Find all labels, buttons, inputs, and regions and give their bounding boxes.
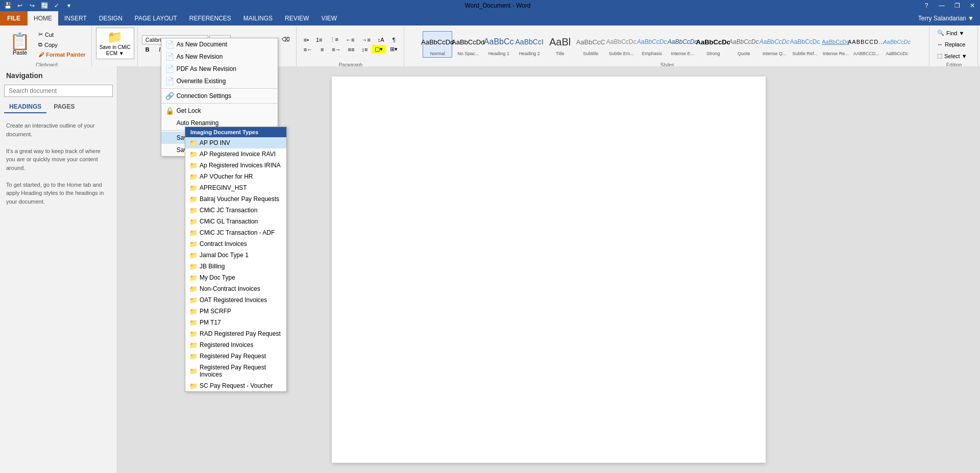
paste-button[interactable]: 📋 Paste: [5, 31, 35, 58]
bullets-btn[interactable]: ≡•: [301, 36, 312, 44]
submenu-item-non-contract[interactable]: 📁 Non-Contract Invoices: [185, 283, 286, 294]
submenu-item-sc-rfp[interactable]: 📁 SC RFP Invoice: [185, 391, 286, 392]
submenu-item-jb-billing[interactable]: 📁 JB Billing: [185, 261, 286, 272]
decrease-indent-btn[interactable]: ←≡: [342, 36, 357, 44]
shading-btn[interactable]: ▢▾: [372, 45, 386, 54]
file-menu-btn[interactable]: FILE: [0, 11, 28, 26]
style-quote[interactable]: AaBbCcDc Quote: [729, 31, 758, 58]
justify-btn[interactable]: ≡≡: [345, 45, 358, 54]
help-btn[interactable]: ?: [919, 0, 934, 11]
save-qa-btn[interactable]: 💾: [2, 0, 13, 11]
submenu-item-oat[interactable]: 📁 OAT Registered Invoices: [185, 294, 286, 306]
ecm-menu-overwrite[interactable]: 📄 Overwrite Existing: [161, 75, 278, 87]
submenu-item-reg-inv[interactable]: 📁 Registered Invoices: [185, 339, 286, 351]
settings-qa-btn[interactable]: ▾: [63, 0, 75, 11]
nav-search-input[interactable]: [4, 85, 113, 97]
select-label: Select ▼: [944, 53, 967, 59]
style-subtitle[interactable]: AaBbCcC Subtitle: [576, 31, 605, 58]
select-button[interactable]: ⬚ Select ▼: [934, 51, 974, 61]
save-ecm-button[interactable]: 📁 Save in CMiCECM ▼: [96, 28, 134, 59]
style-title-label: Title: [556, 51, 565, 56]
submenu-item-jamal[interactable]: 📁 Jamal Doc Type 1: [185, 250, 286, 261]
numbering-btn[interactable]: 1≡: [313, 36, 326, 44]
align-left-btn[interactable]: ≡←: [301, 45, 315, 54]
borders-btn[interactable]: ⊞▾: [387, 45, 401, 54]
ecm-menu-get-lock[interactable]: 🔒 Get Lock: [161, 105, 278, 117]
nav-tab-pages[interactable]: PAGES: [48, 101, 80, 113]
align-center-btn[interactable]: ≡: [316, 45, 328, 54]
submenu-item-balraj[interactable]: 📁 Balraj Voucher Pay Requests: [185, 193, 286, 205]
clear-format-btn[interactable]: ⌫: [279, 35, 293, 44]
submenu-item-cmic-gl[interactable]: 📁 CMiC GL Transaction: [185, 216, 286, 227]
submenu-item-cmic-jc-adf[interactable]: 📁 CMiC JC Transaction - ADF: [185, 227, 286, 238]
tab-design[interactable]: DESIGN: [93, 11, 129, 26]
style-h2[interactable]: AaBbCcI Heading 2: [514, 31, 544, 58]
style-book-title[interactable]: AaBbCcDc AaBbCcDc: [882, 31, 912, 58]
sort-btn[interactable]: ↕A: [375, 36, 387, 44]
style-strong[interactable]: AaBbCcDc Strong: [698, 31, 728, 58]
style-normal[interactable]: AaBbCcDd Normal: [423, 31, 452, 58]
style-title[interactable]: AaBl Title: [545, 31, 575, 58]
style-all-caps[interactable]: AABBCCD... AABBCCD...: [851, 31, 881, 58]
replace-button[interactable]: ↔ Replace: [934, 39, 974, 49]
submenu-item-reg-pay-req[interactable]: 📁 Registered Pay Request: [185, 351, 286, 362]
submenu-item-ap-irina[interactable]: 📁 Ap Registered Invoices IRINA: [185, 160, 286, 171]
tab-mailings[interactable]: MAILINGS: [237, 11, 279, 26]
maximize-btn[interactable]: ❐: [949, 0, 965, 11]
ecm-menu-connection-settings[interactable]: 🔗 Connection Settings: [161, 90, 278, 102]
style-intense-q[interactable]: AaBbCcDc Intense Q...: [760, 31, 789, 58]
submenu-item-pm-t17[interactable]: 📁 PM T17: [185, 317, 286, 328]
check-qa-btn[interactable]: ✓: [51, 0, 62, 11]
style-emphasis[interactable]: AaBbCcDc Emphasis: [637, 31, 667, 58]
submenu-item-contract-inv[interactable]: 📁 Contract Invoices: [185, 238, 286, 250]
style-h1-label: Heading 1: [488, 51, 509, 56]
ecm-menu-as-new-document[interactable]: 📄 As New Document: [161, 38, 278, 51]
tab-insert[interactable]: INSERT: [58, 11, 93, 26]
line-spacing-btn[interactable]: ↕≡: [358, 45, 371, 54]
nav-tabs: HEADINGS PAGES: [0, 99, 117, 115]
show-formatting-btn[interactable]: ¶: [388, 36, 400, 44]
close-btn[interactable]: ✕: [965, 0, 980, 11]
undo-qa-btn[interactable]: ↩: [14, 0, 26, 11]
nav-tab-headings[interactable]: HEADINGS: [4, 101, 46, 113]
redo-qa-btn[interactable]: ↪: [27, 0, 38, 11]
submenu-item-rad[interactable]: 📁 RAD Registered Pay Request: [185, 328, 286, 339]
submenu-label-jamal: Jamal Doc Type 1: [200, 252, 249, 259]
style-h1[interactable]: AaBbCc Heading 1: [484, 31, 513, 58]
submenu-item-apreginv-hst[interactable]: 📁 APREGINV_HST: [185, 182, 286, 193]
submenu-item-sc-pay-voucher[interactable]: 📁 SC Pay Request - Voucher: [185, 380, 286, 391]
style-subtle-em[interactable]: AaBbCcDc Subtle Em...: [606, 31, 636, 58]
tab-review[interactable]: REVIEW: [279, 11, 315, 26]
style-intense-ref[interactable]: AaBbCcDc Intense Re...: [821, 31, 850, 58]
folder-icon-ap-ravi: 📁: [189, 151, 198, 158]
folder-icon-pm-scrfp: 📁: [189, 308, 198, 315]
user-name[interactable]: Terry Salandarian ▼: [918, 15, 974, 22]
copy-button[interactable]: ⧉ Copy: [36, 40, 88, 49]
align-right-btn[interactable]: ≡→: [329, 45, 344, 54]
submenu-item-pm-scrfp[interactable]: 📁 PM SCRFP: [185, 306, 286, 317]
tab-view[interactable]: VIEW: [315, 11, 343, 26]
submenu-item-ap-po-inv[interactable]: 📁 AP PO INV: [185, 137, 286, 148]
bold-btn[interactable]: B: [142, 45, 153, 54]
submenu-item-ap-ravi[interactable]: 📁 AP Registered Invoice RAVI: [185, 148, 286, 160]
cut-button[interactable]: ✂ Cut: [36, 30, 88, 39]
increase-indent-btn[interactable]: →≡: [358, 36, 373, 44]
style-subtle-ref[interactable]: AaBbCcDc Subtle Ref...: [790, 31, 820, 58]
submenu-item-my-doc[interactable]: 📁 My Doc Type: [185, 272, 286, 283]
find-button[interactable]: 🔍 Find ▼: [934, 28, 974, 38]
submenu-item-ap-voucher-hr[interactable]: 📁 AP VOucher for HR: [185, 171, 286, 182]
style-intense-q-preview: AaBbCcDc: [761, 33, 788, 51]
tab-page-layout[interactable]: PAGE LAYOUT: [129, 11, 183, 26]
ecm-menu-as-new-revision[interactable]: 📄 As New Revision: [161, 51, 278, 63]
submenu-item-cmic-jc[interactable]: 📁 CMiC JC Transaction: [185, 205, 286, 216]
submenu-item-reg-pay-req-inv[interactable]: 📁 Registered Pay Request Invoices: [185, 362, 286, 380]
minimize-btn[interactable]: —: [934, 0, 949, 11]
style-nospace[interactable]: AaBbCcDd No Spac...: [453, 31, 483, 58]
ecm-menu-pdf-new-revision[interactable]: 📄 PDF As New Revision: [161, 63, 278, 75]
refresh-qa-btn[interactable]: 🔄: [39, 0, 50, 11]
multilevel-list-btn[interactable]: ⋮≡: [327, 35, 341, 44]
tab-home[interactable]: HOME: [28, 11, 58, 26]
format-painter-button[interactable]: 🖌 Format Painter: [36, 50, 88, 59]
style-intense-em[interactable]: AaBbCcDc Intense E...: [668, 31, 697, 58]
tab-references[interactable]: REFERENCES: [183, 11, 237, 26]
